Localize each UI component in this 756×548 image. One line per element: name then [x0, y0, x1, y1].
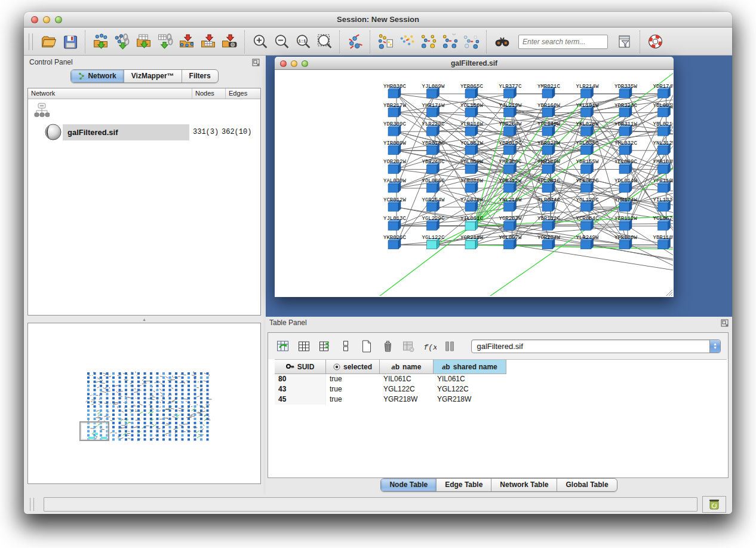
- network-minimize-button[interactable]: [291, 60, 297, 67]
- cell-selected[interactable]: true: [326, 384, 380, 394]
- create-column-button[interactable]: [359, 338, 374, 354]
- graph-node[interactable]: YKR026C: [383, 235, 406, 249]
- graph-node[interactable]: YPL149W: [537, 121, 560, 136]
- column-grid-button[interactable]: [296, 338, 312, 354]
- cell-name[interactable]: YIL061C: [380, 374, 434, 384]
- graph-node[interactable]: YDR311W: [614, 121, 637, 136]
- search-button[interactable]: [491, 30, 512, 53]
- graph-node[interactable]: YGR203W: [499, 216, 522, 230]
- toolbar-grip[interactable]: [29, 33, 33, 50]
- zoom-in-button[interactable]: [249, 30, 271, 53]
- graph-node[interactable]: YAL030W: [383, 178, 406, 192]
- graph-node[interactable]: YLR116W: [460, 121, 483, 136]
- table-row[interactable]: 43trueYGL122CYGL122C: [275, 384, 727, 394]
- graph-node[interactable]: YML032C: [614, 140, 637, 155]
- zoom-selected-button[interactable]: [314, 30, 335, 53]
- save-session-button[interactable]: [59, 30, 81, 53]
- graph-node[interactable]: YER062C: [576, 178, 599, 192]
- table-source-dropdown[interactable]: galFiltered.sif ▲▼: [471, 339, 721, 353]
- graph-node[interactable]: YOL086C: [422, 178, 445, 192]
- graph-node[interactable]: YBR019C: [499, 140, 522, 155]
- network-list-item[interactable]: galFiltered.sif 331(3) 362(10): [44, 122, 260, 142]
- graph-node[interactable]: YJL219W: [499, 103, 522, 117]
- table-row[interactable]: 80trueYIL061CYIL061C: [275, 374, 727, 384]
- select-first-neighbors-both-button[interactable]: [460, 30, 482, 53]
- cell-name[interactable]: YGL122C: [380, 384, 434, 394]
- birds-eye-canvas[interactable]: [28, 323, 261, 484]
- graph-node[interactable]: YNL312W: [653, 140, 674, 155]
- graph-node[interactable]: YHR030C: [383, 84, 406, 98]
- graph-node[interactable]: YBR217W: [383, 103, 406, 117]
- network-view-window[interactable]: galFiltered.sif YHR030CYJL089WYER065CYLR…: [275, 57, 674, 297]
- graph-node[interactable]: YLR214W: [576, 84, 599, 98]
- select-columns-button[interactable]: [317, 338, 333, 354]
- network-window-titlebar[interactable]: galFiltered.sif: [275, 57, 674, 70]
- zoom-out-button[interactable]: [271, 30, 292, 53]
- row-height-button[interactable]: [338, 338, 354, 354]
- tab-network-table[interactable]: Network Table: [491, 479, 557, 491]
- graph-node[interactable]: YDR174W: [653, 84, 674, 98]
- statusbar-grip[interactable]: [30, 498, 34, 511]
- import-network-file-button[interactable]: [90, 30, 111, 53]
- column-network[interactable]: Network: [28, 88, 192, 99]
- column-header-suid[interactable]: SUID: [275, 360, 326, 374]
- select-first-neighbors-doc-button[interactable]: [374, 30, 396, 53]
- tab-filters[interactable]: Filters: [182, 70, 218, 82]
- import-table-file-button[interactable]: [133, 30, 154, 53]
- graph-node[interactable]: YGR218W: [460, 235, 483, 249]
- select-first-neighbors-any-button[interactable]: [396, 30, 417, 53]
- graph-node[interactable]: YJL089W: [422, 84, 445, 98]
- graph-node[interactable]: YBL005W: [653, 103, 674, 117]
- help-button[interactable]: [644, 30, 666, 53]
- float-panel-icon[interactable]: [252, 59, 260, 66]
- import-network-url-button[interactable]: [111, 30, 133, 53]
- graph-node[interactable]: YGL035C: [576, 140, 599, 155]
- network-name[interactable]: galFiltered.sif: [63, 124, 189, 140]
- column-edges[interactable]: Edges: [226, 88, 260, 99]
- refresh-table-button[interactable]: [275, 338, 291, 354]
- graph-node[interactable]: YCR086W: [460, 178, 483, 192]
- graph-node[interactable]: YGR254W: [422, 197, 445, 212]
- zoom-fit-button[interactable]: 1:1: [292, 30, 314, 53]
- search-input[interactable]: [518, 35, 608, 49]
- select-first-neighbors-in-button[interactable]: [439, 30, 460, 53]
- graph-node[interactable]: YER112W: [614, 216, 637, 230]
- network-root-item[interactable]: [28, 99, 260, 120]
- graph-node[interactable]: YDR309C: [383, 121, 406, 136]
- cell-shared-name[interactable]: YGL122C: [434, 384, 506, 394]
- minimize-button[interactable]: [43, 16, 50, 23]
- float-table-panel-icon[interactable]: [721, 319, 729, 327]
- delete-table-button[interactable]: [401, 338, 416, 354]
- tab-vizmapper[interactable]: VizMapper™: [124, 70, 182, 82]
- import-table-tool-button[interactable]: [442, 338, 458, 354]
- resize-grip[interactable]: [665, 288, 673, 296]
- graph-node[interactable]: YBR155W: [576, 159, 599, 173]
- graph-node[interactable]: YIR009W: [383, 140, 406, 155]
- graph-node[interactable]: YLR377C: [499, 84, 522, 98]
- function-builder-button[interactable]: f(x): [422, 338, 437, 354]
- graph-node[interactable]: YNL216W: [499, 197, 522, 212]
- graph-node[interactable]: YLR229C: [422, 121, 445, 136]
- graph-node[interactable]: YBR248C: [422, 159, 445, 173]
- tab-global-table[interactable]: Global Table: [557, 479, 616, 491]
- graph-node[interactable]: YPR119W: [653, 178, 674, 192]
- graph-node[interactable]: YGL229C: [422, 216, 445, 230]
- column-header-selected[interactable]: selected: [326, 360, 380, 374]
- export-network-button[interactable]: [176, 30, 197, 53]
- apply-preferred-layout-button[interactable]: [344, 30, 365, 53]
- export-image-button[interactable]: [219, 30, 240, 53]
- export-table-button[interactable]: [197, 30, 219, 53]
- cell-name[interactable]: YGR218W: [380, 394, 434, 405]
- graph-node[interactable]: YCR012W: [383, 197, 406, 212]
- delete-column-button[interactable]: [380, 338, 395, 354]
- tab-node-table[interactable]: Node Table: [381, 479, 436, 491]
- zoom-button[interactable]: [55, 16, 62, 23]
- import-table-url-button[interactable]: [154, 30, 176, 53]
- cell-shared-name[interactable]: YGR218W: [434, 394, 506, 405]
- close-button[interactable]: [31, 16, 38, 23]
- graph-node[interactable]: YMR021C: [537, 84, 560, 98]
- advanced-filter-button[interactable]: [614, 30, 635, 53]
- select-first-neighbors-out-button[interactable]: [417, 30, 439, 53]
- cell-shared-name[interactable]: YIL061C: [434, 374, 506, 384]
- network-close-button[interactable]: [280, 60, 287, 67]
